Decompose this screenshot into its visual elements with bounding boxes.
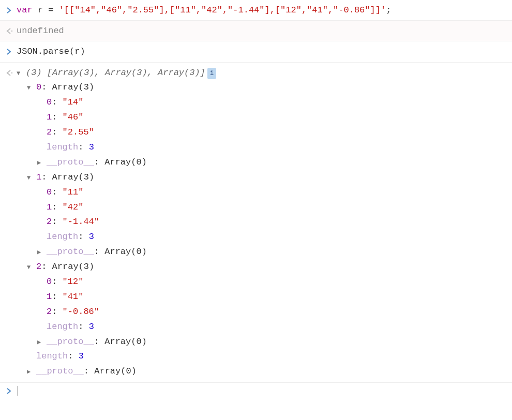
chevron-down-icon[interactable]: ▼ [17,68,26,79]
chevron-down-icon[interactable]: ▼ [27,83,36,93]
proto-value: Array(0) [104,247,147,257]
console-input-code[interactable]: var r = '[["14","46","2.55"],["11","42",… [17,3,508,17]
array-preview: [Array(3), Array(3), Array(3)] [42,68,205,78]
tree-array-header[interactable]: ▼1: Array(3) [17,170,508,185]
chevron-right-icon[interactable]: ▶ [37,337,47,348]
proto-label: __proto__ [47,337,94,347]
proto-value: Array(0) [94,366,137,376]
prompt-input-icon [3,44,17,58]
undefined-output: undefined [17,24,508,38]
array-index: 0 [36,82,41,92]
item-value: "12" [63,277,84,287]
tree-array-item[interactable]: 0: "14" [17,95,508,110]
tree-array-item[interactable]: 1: "42" [17,200,508,215]
length-label: length [47,322,78,332]
item-value: "46" [63,112,84,122]
prompt-output-icon [3,24,17,38]
semicolon: ; [386,5,391,15]
item-index: 0 [47,187,52,197]
tree-array-item[interactable]: 1: "46" [17,110,508,125]
proto-label: __proto__ [47,247,94,257]
item-value: "-0.86" [63,307,99,317]
tree-array-header[interactable]: ▼2: Array(3) [17,260,508,275]
length-value: 3 [79,351,84,361]
item-index: 1 [47,202,52,212]
item-index: 0 [47,277,52,287]
console-output-row: undefined [0,21,512,41]
tree-array-item[interactable]: 2: "2.55" [17,125,508,140]
item-value: "-1.44" [63,217,99,227]
tree-proto-row[interactable]: ▶__proto__: Array(0) [17,155,508,170]
array-type: Array(3) [52,172,95,182]
array-type: Array(3) [52,82,95,92]
chevron-right-icon[interactable]: ▶ [27,367,36,377]
item-index: 2 [47,307,52,317]
array-length: (3) [26,68,42,78]
info-badge-icon[interactable]: i [207,68,216,79]
length-value: 3 [89,142,94,152]
chevron-right-icon[interactable]: ▶ [37,247,47,258]
console-input-row: JSON.parse(r) [0,41,512,62]
tree-array-item[interactable]: 2: "-0.86" [17,305,508,320]
length-label: length [36,351,68,361]
console-input-cursor[interactable] [17,386,508,396]
tree-array-header[interactable]: ▼0: Array(3) [17,80,508,95]
prompt-input-icon [3,386,17,396]
tree-array-item[interactable]: 1: "41" [17,290,508,305]
tree-proto-row[interactable]: ▶__proto__: Array(0) [17,245,508,260]
proto-label: __proto__ [47,157,94,167]
prompt-input-icon [3,3,17,17]
array-index: 2 [36,262,41,272]
console-output-row: ▼ (3) [Array(3), Array(3), Array(3)] i ▼… [0,63,512,383]
proto-value: Array(0) [104,337,147,347]
equals-op: = [48,5,53,15]
tree-length-row[interactable]: length: 3 [17,140,508,155]
proto-value: Array(0) [104,157,147,167]
keyword-var: var [17,5,33,15]
tree-proto-row[interactable]: ▶__proto__: Array(0) [17,335,508,350]
object-tree: ▼ (3) [Array(3), Array(3), Array(3)] i ▼… [17,66,508,380]
console-input-row[interactable] [0,382,512,399]
item-index: 1 [47,112,52,122]
item-value: "41" [63,292,84,302]
tree-array-item[interactable]: 2: "-1.44" [17,215,508,230]
item-index: 2 [47,127,52,137]
length-label: length [47,142,78,152]
item-index: 0 [47,97,52,107]
tree-array-item[interactable]: 0: "12" [17,275,508,290]
tree-length-row[interactable]: length: 3 [17,230,508,245]
tree-length-row[interactable]: length: 3 [17,349,508,364]
tree-summary[interactable]: ▼ (3) [Array(3), Array(3), Array(3)] i [17,66,508,81]
proto-label: __proto__ [36,366,84,376]
svg-point-0 [11,31,12,32]
chevron-down-icon[interactable]: ▼ [27,173,36,183]
svg-point-1 [11,72,12,73]
chevron-right-icon[interactable]: ▶ [37,158,47,168]
item-value: "11" [63,187,84,197]
array-type: Array(3) [52,262,95,272]
var-name: r [33,5,49,15]
console-input-code[interactable]: JSON.parse(r) [17,44,508,58]
item-value: "14" [63,97,84,107]
tree-array-item[interactable]: 0: "11" [17,185,508,200]
length-value: 3 [89,232,94,242]
tree-length-row[interactable]: length: 3 [17,320,508,335]
item-index: 2 [47,217,52,227]
item-value: "2.55" [63,127,94,137]
console-input-row: var r = '[["14","46","2.55"],["11","42",… [0,0,512,21]
length-value: 3 [89,322,94,332]
length-label: length [47,232,78,242]
array-index: 1 [36,172,41,182]
prompt-output-icon [3,66,17,380]
tree-proto-row[interactable]: ▶__proto__: Array(0) [17,364,508,379]
chevron-down-icon[interactable]: ▼ [27,262,36,273]
string-literal: '[["14","46","2.55"],["11","42","-1.44"]… [53,5,386,15]
item-index: 1 [47,292,52,302]
item-value: "42" [63,202,84,212]
